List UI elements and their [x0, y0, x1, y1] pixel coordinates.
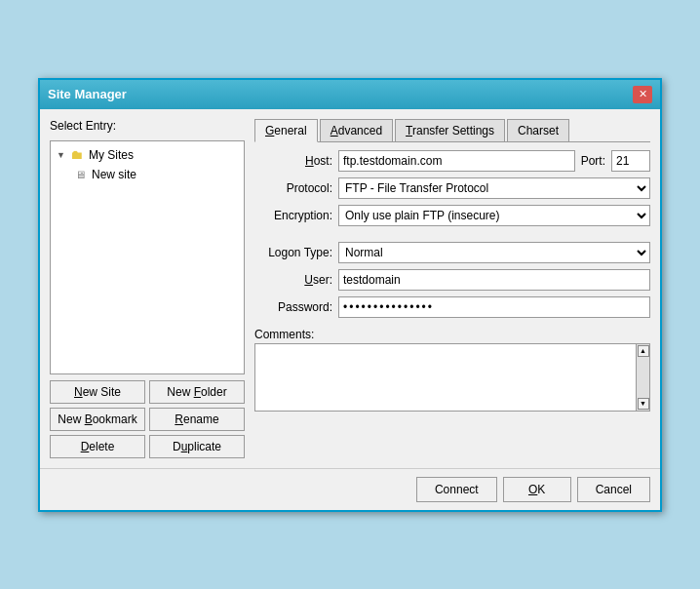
dialog-footer: Connect OK Cancel — [40, 468, 660, 510]
comments-area: ▲ ▼ — [254, 343, 650, 412]
tab-advanced[interactable]: Advanced — [320, 119, 393, 141]
left-panel-buttons: New Site New Folder New Bookmark Rename … — [50, 380, 245, 458]
folder-icon: 🖿 — [69, 147, 85, 163]
tree-view[interactable]: ▼ 🖿 My Sites 🖥 New site — [50, 140, 245, 374]
tree-child-label: New site — [92, 168, 136, 181]
site-icon: 🖥 — [72, 167, 88, 182]
protocol-label: Protocol: — [254, 181, 332, 195]
tree-child-item[interactable]: 🖥 New site — [55, 165, 240, 184]
tabs: General Advanced Transfer Settings Chars… — [254, 119, 650, 142]
protocol-select[interactable]: FTP - File Transfer Protocol SFTP - SSH … — [338, 177, 650, 199]
scroll-down-button[interactable]: ▼ — [638, 398, 649, 410]
cancel-button[interactable]: Cancel — [577, 477, 650, 502]
tab-charset[interactable]: Charset — [507, 119, 569, 141]
dialog-body: Select Entry: ▼ 🖿 My Sites 🖥 New site Ne… — [40, 109, 660, 468]
expand-arrow-icon: ▼ — [57, 150, 65, 160]
connect-button[interactable]: Connect — [416, 477, 497, 502]
rename-button[interactable]: Rename — [149, 408, 245, 431]
encryption-select[interactable]: Only use plain FTP (insecure) Use explic… — [338, 205, 650, 226]
new-site-button[interactable]: New Site — [50, 380, 145, 404]
right-panel: General Advanced Transfer Settings Chars… — [254, 119, 650, 458]
password-input[interactable] — [338, 296, 650, 318]
scroll-up-button[interactable]: ▲ — [638, 345, 649, 357]
ok-button[interactable]: OK — [503, 477, 571, 502]
site-manager-dialog: Site Manager ✕ Select Entry: ▼ 🖿 My Site… — [38, 78, 662, 512]
logon-type-select[interactable]: Normal Anonymous Ask for password Intera… — [338, 242, 650, 263]
password-row: Password: — [254, 296, 650, 318]
logon-type-row: Logon Type: Normal Anonymous Ask for pas… — [254, 242, 650, 263]
duplicate-button[interactable]: Duplicate — [149, 435, 245, 458]
comments-label: Comments: — [254, 328, 650, 341]
dialog-title: Site Manager — [48, 87, 127, 101]
comments-input[interactable] — [255, 344, 636, 411]
protocol-row: Protocol: FTP - File Transfer Protocol S… — [254, 177, 650, 199]
tab-general[interactable]: General — [254, 119, 318, 142]
encryption-row: Encryption: Only use plain FTP (insecure… — [254, 205, 650, 226]
port-label: Port: — [581, 154, 605, 168]
delete-button[interactable]: Delete — [50, 435, 145, 458]
host-row: Host: Port: — [254, 150, 650, 172]
user-label: User: — [254, 273, 332, 287]
comments-scrollbar: ▲ ▼ — [636, 344, 649, 411]
host-label: Host: — [254, 154, 332, 168]
user-row: User: — [254, 269, 650, 291]
select-entry-label: Select Entry: — [50, 119, 245, 133]
port-input[interactable] — [611, 150, 650, 172]
user-input[interactable] — [338, 269, 650, 291]
tab-transfer-settings[interactable]: Transfer Settings — [395, 119, 505, 141]
tree-root-item[interactable]: ▼ 🖿 My Sites — [55, 145, 240, 165]
close-button[interactable]: ✕ — [633, 86, 652, 103]
new-folder-button[interactable]: New Folder — [149, 380, 245, 404]
logon-type-label: Logon Type: — [254, 246, 332, 259]
form-area: Host: Port: Protocol: FTP - File Transfe… — [254, 150, 650, 412]
new-bookmark-button[interactable]: New Bookmark — [50, 408, 145, 431]
tree-root-label: My Sites — [89, 148, 134, 162]
encryption-label: Encryption: — [254, 209, 332, 222]
comments-section: Comments: ▲ ▼ — [254, 324, 650, 412]
host-input[interactable] — [338, 150, 575, 172]
title-bar: Site Manager ✕ — [40, 80, 660, 109]
password-label: Password: — [254, 300, 332, 314]
left-panel: Select Entry: ▼ 🖿 My Sites 🖥 New site Ne… — [50, 119, 245, 458]
